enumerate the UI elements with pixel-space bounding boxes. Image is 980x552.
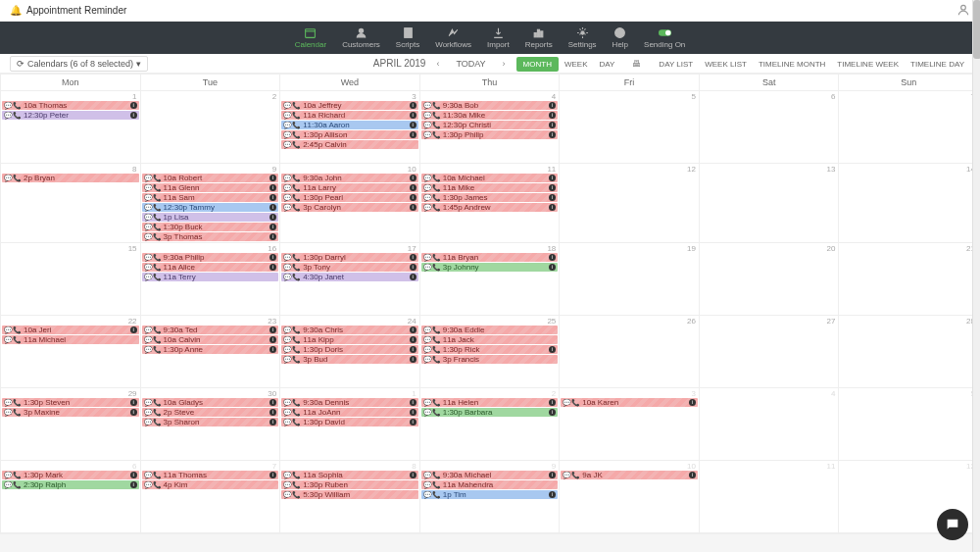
appointment[interactable]: 💬📞12:30p Peteri <box>2 111 139 120</box>
calendar-cell[interactable]: 15 <box>1 243 141 315</box>
nav-reports[interactable]: Reports <box>517 25 561 51</box>
calendar-cell[interactable]: 4💬📞9:30a Bobi💬📞11:30a Mikei💬📞12:30p Chri… <box>420 91 561 163</box>
appointment[interactable]: 💬📞3p Francis <box>421 355 559 364</box>
appointment[interactable]: 💬📞1:30p Ricki <box>421 345 559 354</box>
nav-scripts[interactable]: Scripts <box>388 25 427 51</box>
appointment[interactable]: 💬📞11a Thomasi <box>142 471 279 479</box>
appointment[interactable]: 💬📞11a JoAnni <box>281 408 418 417</box>
appointment[interactable]: 💬📞11a Alicei <box>142 263 279 272</box>
appointment[interactable]: 💬📞1:30p Jamesi <box>421 193 559 202</box>
appointment[interactable]: 💬📞1:45p Andrewi <box>421 203 559 212</box>
appointment[interactable]: 💬📞9:30a Bobi <box>421 101 559 110</box>
appointment[interactable]: 💬📞12:30p Christii <box>421 121 559 129</box>
appointment[interactable]: 💬📞11a Kippi <box>281 335 418 344</box>
appointment[interactable]: 💬📞11a Michael <box>2 335 139 344</box>
appointment[interactable]: 💬📞10a Gladysi <box>142 398 279 407</box>
appointment[interactable]: 💬📞11a Glenni <box>142 183 279 192</box>
appointment[interactable]: 💬📞3p Thomasi <box>142 232 279 241</box>
appointment[interactable]: 💬📞12:30p Tammyi <box>142 203 279 212</box>
appointment[interactable]: 💬📞11a Jack <box>421 335 559 344</box>
appointment[interactable]: 💬📞11a Mahendra <box>421 480 559 489</box>
print-icon[interactable]: 🖶 <box>626 59 647 69</box>
calendar-cell[interactable]: 1💬📞9:30a Dennisi💬📞11a JoAnni💬📞1:30p Davi… <box>280 388 420 460</box>
appointment[interactable]: 💬📞11a Richardi <box>281 111 418 120</box>
calendar-cell[interactable]: 9💬📞9:30a Michaeli💬📞11a Mahendra💬📞1p Timi <box>420 461 561 532</box>
appointment[interactable]: 💬📞1:30p Darryli <box>281 253 418 262</box>
appointment[interactable]: 💬📞1:30p Bucki <box>142 223 279 231</box>
calendar-cell[interactable]: 21 <box>839 243 979 315</box>
calendar-cell[interactable]: 22💬📞10a Jerii💬📞11a Michael <box>1 316 141 387</box>
calendar-cell[interactable]: 5 <box>560 91 700 163</box>
appointment[interactable]: 💬📞2p Bryan <box>2 174 139 182</box>
calendar-cell[interactable]: 19 <box>560 243 700 315</box>
calendar-cell[interactable]: 8💬📞11a Sophiai💬📞1:30p Ruben💬📞5:30p Willi… <box>280 461 420 532</box>
view-day[interactable]: DAY <box>594 58 621 71</box>
calendar-cell[interactable]: 28 <box>839 316 979 387</box>
appointment[interactable]: 💬📞10a Jerii <box>2 326 139 334</box>
appointment[interactable]: 💬📞1p Lisai <box>142 213 279 222</box>
appointment[interactable]: 💬📞3p Budi <box>281 355 418 364</box>
scroll-thumb[interactable] <box>973 0 980 59</box>
nav-settings[interactable]: Settings <box>561 25 605 51</box>
user-icon[interactable] <box>956 3 970 19</box>
calendar-cell[interactable]: 2💬📞11a Heleni💬📞1:30p Barbarai <box>420 388 561 460</box>
appointment[interactable]: 💬📞1:30p Steveni <box>2 398 139 407</box>
nav-customers[interactable]: Customers <box>334 25 388 51</box>
calendar-cell[interactable]: 6💬📞1:30p Marki💬📞2:30p Ralphi <box>1 461 141 532</box>
view-week[interactable]: WEEK <box>559 58 594 71</box>
calendar-cell[interactable]: 1💬📞10a Thomasi💬📞12:30p Peteri <box>1 91 141 163</box>
calendar-cell[interactable]: 29💬📞1:30p Steveni💬📞3p Maxinei <box>1 388 141 460</box>
calendar-cell[interactable]: 9💬📞10a Roberti💬📞11a Glenni💬📞11a Sami💬📞12… <box>141 164 281 242</box>
calendar-cell[interactable]: 10💬📞9a JKi <box>560 461 700 532</box>
calendar-cell[interactable]: 11💬📞10a Michaeli💬📞11a Mikei💬📞1:30p James… <box>420 164 561 242</box>
appointment[interactable]: 💬📞3p Tonyi <box>281 263 418 272</box>
appointment[interactable]: 💬📞11a Mikei <box>421 183 559 192</box>
appointment[interactable]: 💬📞11a Sami <box>142 193 279 202</box>
appointment[interactable]: 💬📞1:30p Pearli <box>281 193 418 202</box>
calendar-cell[interactable]: 12 <box>560 164 700 242</box>
appointment[interactable]: 💬📞10a Calvini <box>142 335 279 344</box>
appointment[interactable]: 💬📞9:30a Chrisi <box>281 326 418 334</box>
appointment[interactable]: 💬📞1p Timi <box>421 490 559 499</box>
calendar-cell[interactable]: 10💬📞9:30a Johni💬📞11a Larryi💬📞1:30p Pearl… <box>280 164 420 242</box>
appointment[interactable]: 💬📞2:30p Ralphi <box>2 480 139 489</box>
appointment[interactable]: 💬📞9:30a Eddie <box>421 326 559 334</box>
calendar-cell[interactable]: 17💬📞1:30p Darryli💬📞3p Tonyi💬📞4:30p Janet… <box>280 243 420 315</box>
calendar-cell[interactable]: 20 <box>700 243 840 315</box>
calendar-cell[interactable]: 14 <box>839 164 979 242</box>
appointment[interactable]: 💬📞3p Carolyni <box>281 203 418 212</box>
appointment[interactable]: 💬📞10a Roberti <box>142 174 279 182</box>
appointment[interactable]: 💬📞1:30p Davidi <box>281 418 418 427</box>
appointment[interactable]: 💬📞1:30p Allisoni <box>281 130 418 139</box>
appointment[interactable]: 💬📞11a Bryani <box>421 253 559 262</box>
appointment[interactable]: 💬📞9:30a Tedi <box>142 326 279 334</box>
calendar-cell[interactable]: 25💬📞9:30a Eddie💬📞11a Jack💬📞1:30p Ricki💬📞… <box>420 316 561 387</box>
appointment[interactable]: 💬📞2:45p Calvin <box>281 140 418 149</box>
appointment[interactable]: 💬📞3p Sharoni <box>142 418 279 427</box>
appointment[interactable]: 💬📞10a Jeffreyi <box>281 101 418 110</box>
nav-sending[interactable]: Sending On <box>636 25 693 51</box>
calendar-cell[interactable]: 26 <box>560 316 700 387</box>
appointment[interactable]: 💬📞10a Kareni <box>561 398 698 407</box>
appointment[interactable]: 💬📞11a Heleni <box>421 398 559 407</box>
appointment[interactable]: 💬📞11:30a Aaroni <box>281 121 418 129</box>
appointment[interactable]: 💬📞9:30a Johni <box>281 174 418 182</box>
appointment[interactable]: 💬📞1:30p Ruben <box>281 480 418 489</box>
appointment[interactable]: 💬📞10a Thomasi <box>2 101 139 110</box>
nav-import[interactable]: Import <box>479 25 517 51</box>
view-timeline-day[interactable]: TIMELINE DAY <box>905 58 970 71</box>
appointment[interactable]: 💬📞4:30p Janeti <box>281 273 418 281</box>
appointment[interactable]: 💬📞10a Michaeli <box>421 174 559 182</box>
calendar-cell[interactable]: 4 <box>700 388 840 460</box>
appointment[interactable]: 💬📞1:30p Annei <box>142 345 279 354</box>
appointment[interactable]: 💬📞11a Terry <box>142 273 279 281</box>
calendar-cell[interactable]: 2 <box>141 91 281 163</box>
calendar-cell[interactable]: 16💬📞9:30a Philipi💬📞11a Alicei💬📞11a Terry <box>141 243 281 315</box>
calendar-cell[interactable]: 24💬📞9:30a Chrisi💬📞11a Kippi💬📞1:30p Doris… <box>280 316 420 387</box>
appointment[interactable]: 💬📞9a JKi <box>561 471 698 479</box>
view-timeline-week[interactable]: TIMELINE WEEK <box>831 58 905 71</box>
appointment[interactable]: 💬📞9:30a Dennisi <box>281 398 418 407</box>
calendars-dropdown[interactable]: ⟳ Calendars (6 of 8 selected) ▾ <box>10 56 148 72</box>
appointment[interactable]: 💬📞1:30p Philipi <box>421 130 559 139</box>
chat-button[interactable] <box>937 509 968 540</box>
